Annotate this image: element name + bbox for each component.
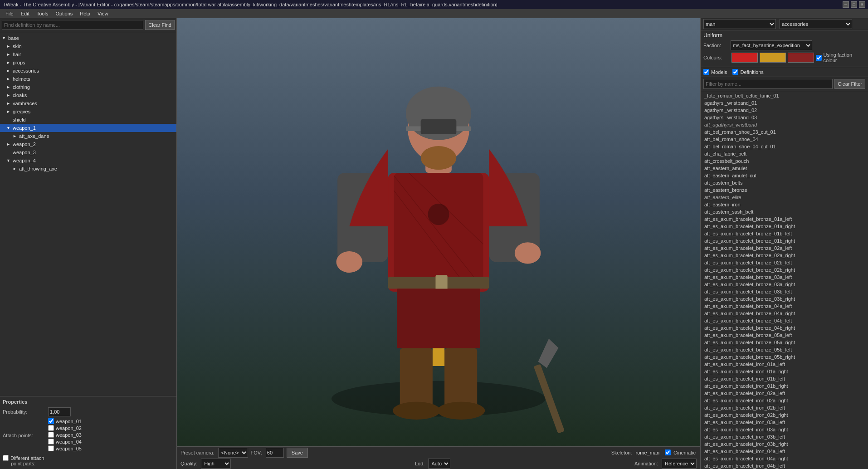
list-item[interactable]: att_es_axum_bracelet_iron_01b_left bbox=[701, 375, 868, 382]
list-item[interactable]: att_es_axum_bracelet_iron_04b_left bbox=[701, 462, 868, 469]
tree-item-clothing[interactable]: ► clothing bbox=[0, 83, 176, 91]
minimize-button[interactable]: ─ bbox=[843, 1, 849, 8]
list-item[interactable]: att_es_axum_bracelet_bronze_04b_right bbox=[701, 324, 868, 332]
tree-item-skin[interactable]: ► skin bbox=[0, 42, 176, 50]
different-attach-checkbox[interactable] bbox=[3, 455, 9, 461]
tree-item-weapon2[interactable]: ► weapon_2 bbox=[0, 140, 176, 148]
list-item[interactable]: att_es_axum_bracelet_iron_02b_left bbox=[701, 404, 868, 411]
tree-item-weapon4[interactable]: ▼ weapon_4 bbox=[0, 156, 176, 165]
tree-item-props[interactable]: ► props bbox=[0, 59, 176, 67]
cinematic-checkbox[interactable] bbox=[665, 449, 671, 455]
list-item[interactable]: att_es_axum_bracelet_bronze_01b_right bbox=[701, 237, 868, 244]
list-item[interactable]: att_es_axum_bracelet_bronze_03b_right bbox=[701, 295, 868, 303]
tree-item-base[interactable]: ▼ base bbox=[0, 34, 176, 42]
list-item[interactable]: att_es_axum_bracelet_bronze_05a_right bbox=[701, 339, 868, 346]
tree-item-att-throwing-axe[interactable]: ► att_throwing_axe bbox=[0, 165, 176, 173]
attach-weapon05-checkbox[interactable] bbox=[48, 445, 54, 451]
tree-item-greaves[interactable]: ► greaves bbox=[0, 107, 176, 116]
list-item[interactable]: att_bel_roman_shoe_04_cut_01 bbox=[701, 143, 868, 150]
list-item[interactable]: att_crossbelt_pouch bbox=[701, 157, 868, 165]
list-item[interactable]: att_es_axum_bracelet_bronze_02b_right bbox=[701, 266, 868, 274]
lod-select[interactable]: Auto 0123 bbox=[428, 459, 450, 469]
colour-box-3[interactable] bbox=[788, 53, 814, 63]
clear-filter-button[interactable]: Clear Filter bbox=[834, 79, 865, 89]
attach-weapon01-checkbox[interactable] bbox=[48, 418, 54, 424]
animation-select[interactable]: Reference Idle Walk Run bbox=[662, 459, 697, 469]
list-item[interactable]: att_eastern_bronze bbox=[701, 186, 868, 194]
tree-item-helmets[interactable]: ► helmets bbox=[0, 75, 176, 83]
list-item[interactable]: att_es_axum_bracelet_iron_02a_left bbox=[701, 390, 868, 397]
list-item[interactable]: att_es_axum_bracelet_bronze_02b_left bbox=[701, 259, 868, 266]
list-item[interactable]: _fote_roman_belt_celtic_tunic_01 bbox=[701, 92, 868, 99]
tree-item-att-axe-dane[interactable]: ► att_axe_dane bbox=[0, 132, 176, 140]
definitions-checkbox[interactable] bbox=[732, 69, 738, 75]
quality-select[interactable]: Low Medium High Ultra bbox=[201, 459, 231, 469]
attach-weapon02-checkbox[interactable] bbox=[48, 425, 54, 431]
menu-edit[interactable]: Edit bbox=[17, 10, 33, 17]
list-item[interactable]: att_eastern_elite bbox=[701, 194, 868, 201]
menu-tools[interactable]: Tools bbox=[33, 10, 52, 17]
menu-view[interactable]: View bbox=[94, 10, 112, 17]
list-item[interactable]: att_agathyrsi_wristband bbox=[701, 121, 868, 128]
list-item[interactable]: att_es_axum_bracelet_bronze_01b_left bbox=[701, 230, 868, 237]
tree-item-cloaks[interactable]: ► cloaks bbox=[0, 91, 176, 99]
clear-find-button[interactable]: Clear Find bbox=[145, 20, 175, 30]
colour-box-1[interactable] bbox=[731, 53, 758, 63]
list-item[interactable]: att_es_axum_bracelet_iron_04a_left bbox=[701, 448, 868, 455]
list-item[interactable]: att_es_axum_bracelet_bronze_05b_left bbox=[701, 346, 868, 353]
list-item[interactable]: att_es_axum_bracelet_iron_03b_right bbox=[701, 440, 868, 448]
list-item[interactable]: att_es_axum_bracelet_bronze_04a_left bbox=[701, 303, 868, 310]
list-item[interactable]: att_es_axum_bracelet_iron_03a_right bbox=[701, 426, 868, 433]
colour-box-2[interactable] bbox=[760, 53, 786, 63]
list-item[interactable]: agathyrsi_wristband_01 bbox=[701, 99, 868, 107]
tree-item-accessories[interactable]: ► accessories bbox=[0, 67, 176, 75]
list-item[interactable]: att_es_axum_bracelet_bronze_03a_right bbox=[701, 281, 868, 288]
list-item[interactable]: att_eastern_amulet bbox=[701, 165, 868, 172]
list-item[interactable]: att_es_axum_bracelet_iron_03b_left bbox=[701, 433, 868, 440]
attach-weapon03-checkbox[interactable] bbox=[48, 432, 54, 438]
menu-file[interactable]: File bbox=[2, 10, 17, 17]
search-input[interactable] bbox=[2, 20, 143, 30]
list-item[interactable]: att_es_axum_bracelet_iron_01b_right bbox=[701, 382, 868, 390]
tree-item-hair[interactable]: ► hair bbox=[0, 50, 176, 59]
probability-input[interactable] bbox=[48, 407, 71, 416]
filter-input[interactable] bbox=[703, 79, 833, 89]
list-item[interactable]: att_es_axum_bracelet_bronze_05a_left bbox=[701, 332, 868, 339]
tree-item-weapon1[interactable]: ▼ weapon_1 bbox=[0, 124, 176, 132]
list-item[interactable]: att_es_axum_bracelet_iron_02b_right bbox=[701, 411, 868, 419]
preset-camera-select[interactable]: <None> bbox=[218, 448, 248, 458]
list-item[interactable]: agathyrsi_wristband_02 bbox=[701, 107, 868, 114]
list-item[interactable]: att_eastern_belts bbox=[701, 179, 868, 186]
faction-select[interactable]: ms_fact_byzantine_expedition bbox=[731, 40, 812, 50]
list-item[interactable]: att_es_axum_bracelet_bronze_03b_left bbox=[701, 288, 868, 295]
fov-input[interactable] bbox=[266, 448, 284, 458]
list-item[interactable]: att_es_axum_bracelet_iron_03a_left bbox=[701, 419, 868, 426]
list-item[interactable]: att_es_axum_bracelet_bronze_02a_left bbox=[701, 244, 868, 252]
list-item[interactable]: att_eastern_iron bbox=[701, 201, 868, 208]
list-item[interactable]: agathyrsi_wristband_03 bbox=[701, 114, 868, 121]
list-item[interactable]: att_es_axum_bracelet_bronze_01a_right bbox=[701, 223, 868, 230]
list-item[interactable]: att_bel_roman_shoe_03_cut_01 bbox=[701, 128, 868, 136]
category-select[interactable]: accessories bbox=[780, 19, 852, 29]
list-item[interactable]: att_es_axum_bracelet_iron_04a_right bbox=[701, 455, 868, 462]
list-item[interactable]: att_es_axum_bracelet_iron_01a_left bbox=[701, 361, 868, 368]
list-item[interactable]: att_es_axum_bracelet_bronze_02a_right bbox=[701, 252, 868, 259]
list-item[interactable]: att_es_axum_bracelet_bronze_01a_left bbox=[701, 215, 868, 223]
list-item[interactable]: att_es_axum_bracelet_bronze_04a_right bbox=[701, 310, 868, 317]
list-item[interactable]: att_eastern_sash_belt bbox=[701, 208, 868, 215]
list-item[interactable]: att_es_axum_bracelet_bronze_04b_left bbox=[701, 317, 868, 324]
tree-item-weapon3[interactable]: weapon_3 bbox=[0, 148, 176, 156]
models-checkbox[interactable] bbox=[703, 69, 709, 75]
list-item[interactable]: att_bel_roman_shoe_04 bbox=[701, 136, 868, 143]
list-item[interactable]: att_es_axum_bracelet_bronze_03a_left bbox=[701, 274, 868, 281]
tree-item-shield[interactable]: shield bbox=[0, 116, 176, 124]
close-button[interactable]: ✕ bbox=[859, 1, 865, 8]
list-item[interactable]: att_cha_fabric_belt bbox=[701, 150, 868, 157]
list-item[interactable]: att_es_axum_bracelet_iron_02a_right bbox=[701, 397, 868, 404]
list-item[interactable]: att_es_axum_bracelet_bronze_05b_right bbox=[701, 353, 868, 361]
attach-weapon04-checkbox[interactable] bbox=[48, 439, 54, 445]
menu-help[interactable]: Help bbox=[76, 10, 94, 17]
list-item[interactable]: att_es_axum_bracelet_iron_01a_right bbox=[701, 368, 868, 375]
menu-options[interactable]: Options bbox=[52, 10, 76, 17]
list-item[interactable]: att_eastern_amulet_cut bbox=[701, 172, 868, 179]
